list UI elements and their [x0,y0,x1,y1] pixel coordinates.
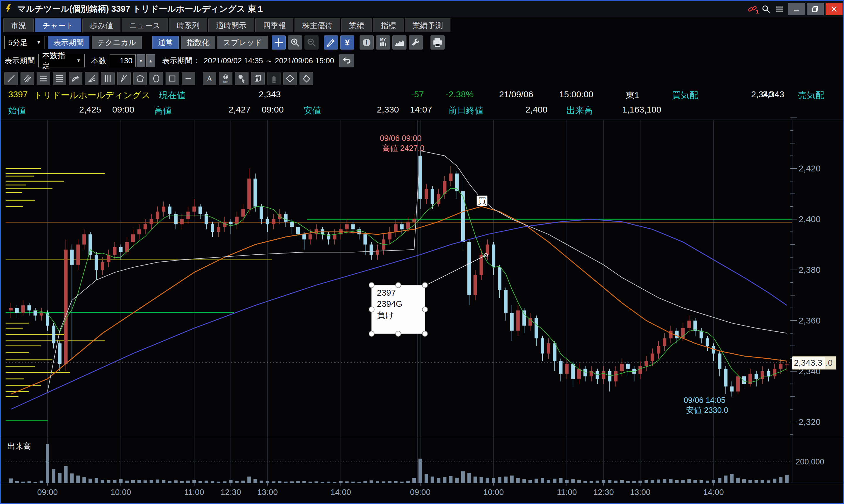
resize-handle[interactable] [369,307,374,312]
svg-text:13:00: 13:00 [257,488,278,497]
tab-tick[interactable]: 歩み値 [82,18,121,32]
svg-text:2,380: 2,380 [798,265,821,274]
draw-parallel-lines-icon[interactable] [20,72,34,85]
svg-text:MY: MY [380,37,386,42]
display-period-button[interactable]: 表示期間 [48,36,89,49]
reset-period-button[interactable] [339,54,354,67]
draw-text-icon[interactable]: A [203,72,216,85]
window-title: マルチツール(個別銘柄) 3397 トリドールホールディングス 東１ [17,3,265,15]
delete-all-icon[interactable]: A [300,72,313,85]
tab-earnings[interactable]: 業績 [341,18,372,32]
zoom-in-icon[interactable] [288,35,302,50]
draw-ellipse-icon[interactable] [149,72,163,85]
draw-pointer-mode-icon[interactable] [235,72,249,85]
svg-text:200,000: 200,000 [796,457,824,466]
indexed-mode-button[interactable]: 指数化 [181,36,215,49]
period-mode-value: 本数指定 [42,50,72,71]
open-label: 始値 [8,105,26,116]
interval-dropdown[interactable]: 5分足▼ [4,36,45,49]
delete-object-icon[interactable] [283,72,297,85]
zoom-out-icon[interactable] [304,35,319,50]
draw-rectangle-icon[interactable] [166,72,179,85]
normal-mode-button[interactable]: 通常 [152,36,179,49]
low-label: 安値 [304,105,321,116]
count-increment-button[interactable]: ▲ [146,54,155,67]
print-icon[interactable] [431,35,445,50]
low-annotation: 09/06 14:05安値 2330.0 [684,396,728,415]
count-decrement-button[interactable]: ▼ [137,54,145,67]
resize-handle[interactable] [396,331,401,336]
svg-text:負け: 負け [377,310,394,320]
svg-text:11:00: 11:00 [557,488,577,497]
quote-row-secondary: 始値 2,425 09:00 高値 2,427 09:00 安値 2,330 1… [1,104,844,117]
resize-handle[interactable] [422,331,428,336]
tab-bar: 市況 チャート 歩み値 ニュース 時系列 適時開示 四季報 株主優待 業績 指標… [3,18,450,33]
draw-horizontal-lines4-icon[interactable] [53,72,66,85]
settings-wrench-icon[interactable] [409,35,423,50]
moving-averages-layer [11,150,787,409]
draw-pencil-button[interactable] [324,35,338,50]
period-toolbar: 表示期間 本数指定▼ 本数 130 ▼ ▲ 表示期間： 2021/09/02 1… [4,53,356,68]
open-time: 09:00 [112,105,134,114]
volume-pane-label: 出来高 [7,441,31,452]
resize-handle[interactable] [369,331,374,336]
draw-vertical-lines-icon[interactable] [101,72,114,85]
link-badge: 1 [756,9,759,15]
svg-text:2,320: 2,320 [798,417,821,427]
search-icon[interactable] [759,3,773,16]
yen-display-button[interactable]: ¥ [340,35,354,50]
tab-timeseries[interactable]: 時系列 [169,18,207,32]
pan-hand-icon[interactable] [267,72,281,85]
buy-marker[interactable]: 買 [477,195,487,206]
period-mode-dropdown[interactable]: 本数指定▼ [38,54,85,67]
area-chart-button[interactable] [392,35,407,50]
draw-pentagon-icon[interactable] [133,72,147,85]
tab-shikiho[interactable]: 四季報 [255,18,293,32]
close-button[interactable] [826,3,843,15]
resize-handle[interactable] [422,307,428,312]
restore-button[interactable] [807,3,824,15]
tab-market[interactable]: 市況 [3,18,34,32]
tab-news[interactable]: ニュース [122,18,168,32]
resize-handle[interactable] [422,283,428,288]
resize-handle[interactable] [396,283,401,288]
tab-disclosure[interactable]: 適時開示 [208,18,254,32]
draw-horizontal-lines3-icon[interactable] [37,72,50,85]
spread-mode-button[interactable]: スプレッド [217,36,268,49]
volume-value: 1,163,100 [622,105,661,114]
tab-chart[interactable]: チャート [35,18,81,32]
draw-horizontal-segment-icon[interactable] [182,72,195,85]
resize-handle[interactable] [369,283,374,288]
title-bar: マルチツール(個別銘柄) 3397 トリドールホールディングス 東１ 1 [1,1,843,17]
draw-icon-stamp-icon[interactable]: icon [219,72,232,85]
crosshair-button[interactable] [272,35,286,50]
svg-text:安値 2330.0: 安値 2330.0 [686,406,728,415]
range-label: 表示期間： [162,56,200,66]
menu-icon[interactable] [773,3,786,16]
svg-text:2,343.3: 2,343.3 [794,358,822,367]
prev-close-price: 2,400 [525,105,547,114]
tab-indicators[interactable]: 指標 [373,18,403,32]
svg-text:icon: icon [223,80,228,83]
tab-forecast[interactable]: 業績予測 [405,18,450,32]
svg-text:13:00: 13:00 [630,488,651,497]
svg-text:A: A [207,74,213,83]
tab-benefits[interactable]: 株主優待 [294,18,340,32]
volume-layer: 200,000 [5,444,824,483]
svg-text:2,360: 2,360 [798,316,821,325]
technical-button[interactable]: テクニカル [92,36,142,49]
info-button[interactable]: i [360,35,374,50]
my-chart-button[interactable]: MY [376,35,390,50]
period-label: 表示期間 [4,56,35,66]
draw-fan-lines-icon[interactable] [85,72,98,85]
draw-angle-line-icon[interactable] [117,72,131,85]
draw-fibonacci-arc-icon[interactable] [69,72,82,85]
minimize-button[interactable] [788,3,805,15]
depth-lines-layer [5,168,105,397]
volume-label: 出来高 [567,105,593,116]
draw-trendline-icon[interactable] [4,72,18,85]
copy-object-icon[interactable] [251,72,265,85]
link-icon[interactable]: 1 [746,3,759,16]
svg-text:2397: 2397 [377,288,396,298]
bar-count-input[interactable]: 130 [110,54,136,67]
